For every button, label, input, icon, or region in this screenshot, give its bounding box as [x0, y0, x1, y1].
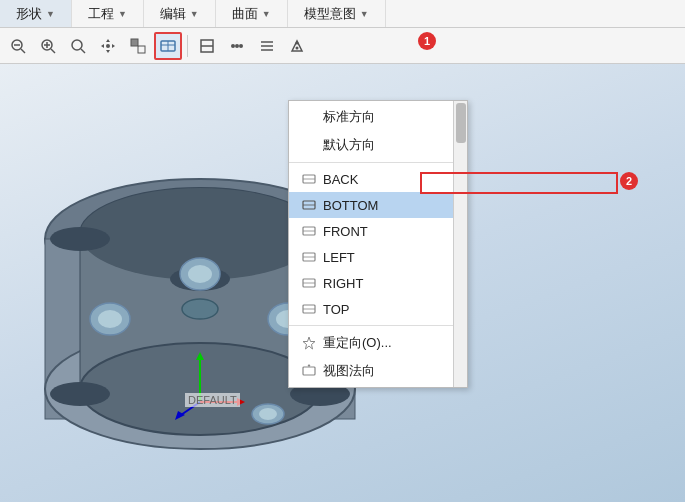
menu-separator [289, 162, 467, 163]
svg-rect-14 [131, 39, 138, 46]
svg-marker-12 [112, 44, 115, 48]
menubar: 形状 ▼ 工程 ▼ 编辑 ▼ 曲面 ▼ 模型意图 ▼ [0, 0, 685, 28]
svg-marker-69 [303, 337, 315, 349]
menu-item-default[interactable]: 默认方向 [289, 131, 467, 159]
view-orient-button[interactable] [154, 32, 182, 60]
chevron-down-icon: ▼ [46, 9, 55, 19]
menu-item-right[interactable]: RIGHT [289, 270, 467, 296]
svg-point-46 [182, 299, 218, 319]
menu-item-normal[interactable]: 视图法向 [289, 357, 467, 385]
menu-edit[interactable]: 编辑 ▼ [144, 0, 216, 27]
menu-item-left[interactable]: LEFT [289, 244, 467, 270]
menu-model-intent[interactable]: 模型意图 ▼ [288, 0, 386, 27]
svg-point-50 [259, 408, 277, 420]
menu-shape[interactable]: 形状 ▼ [0, 0, 72, 27]
badge-2: 2 [620, 172, 638, 190]
svg-point-37 [50, 227, 110, 251]
extra-button-1[interactable] [223, 32, 251, 60]
svg-line-4 [51, 49, 55, 53]
scrollbar-thumb[interactable] [456, 103, 466, 143]
menu-separator-2 [289, 325, 467, 326]
main-area: DEFAULT 标准方向 默认方向 BACK [0, 64, 685, 502]
display-style-button[interactable] [124, 32, 152, 60]
menu-item-reorient[interactable]: 重定向(O)... [289, 329, 467, 357]
extra-button-2[interactable] [253, 32, 281, 60]
svg-line-8 [81, 49, 85, 53]
badge-1: 1 [418, 32, 436, 50]
plane-icon-top [301, 301, 317, 317]
default-label: DEFAULT [185, 393, 240, 407]
svg-marker-52 [196, 352, 204, 360]
menu-item-front[interactable]: FRONT [289, 218, 467, 244]
plane-icon-left [301, 249, 317, 265]
default-icon [301, 137, 317, 153]
menu-surface[interactable]: 曲面 ▼ [216, 0, 288, 27]
toolbar-separator [187, 35, 188, 57]
svg-marker-11 [101, 44, 104, 48]
svg-point-47 [50, 382, 110, 406]
svg-rect-70 [303, 367, 315, 375]
plane-icon-bottom [301, 197, 317, 213]
view-orient-dropdown: 标准方向 默认方向 BACK BOTTOM [288, 100, 468, 388]
normal-icon [301, 363, 317, 379]
scrollbar-track[interactable] [453, 101, 467, 387]
chevron-down-icon: ▼ [360, 9, 369, 19]
menu-item-back[interactable]: BACK [289, 166, 467, 192]
svg-point-7 [72, 40, 82, 50]
menu-item-bottom[interactable]: BOTTOM [289, 192, 467, 218]
section-button[interactable] [193, 32, 221, 60]
svg-point-29 [296, 41, 299, 44]
svg-marker-72 [308, 364, 311, 366]
svg-point-41 [98, 310, 122, 328]
coordinate-axes [170, 342, 250, 422]
toolbar [0, 28, 685, 64]
menu-engineering[interactable]: 工程 ▼ [72, 0, 144, 27]
chevron-down-icon: ▼ [118, 9, 127, 19]
svg-marker-9 [106, 39, 110, 42]
svg-marker-10 [106, 50, 110, 53]
standard-icon [301, 109, 317, 125]
menu-item-top[interactable]: TOP [289, 296, 467, 322]
plane-icon-front [301, 223, 317, 239]
zoom-fit-button[interactable] [34, 32, 62, 60]
chevron-down-icon: ▼ [262, 9, 271, 19]
extra-button-3[interactable] [283, 32, 311, 60]
chevron-down-icon: ▼ [190, 9, 199, 19]
svg-rect-15 [138, 46, 145, 53]
svg-point-28 [296, 46, 299, 49]
svg-point-45 [188, 265, 212, 283]
svg-line-1 [21, 49, 25, 53]
zoom-out-button[interactable] [4, 32, 32, 60]
svg-point-13 [106, 44, 110, 48]
plane-icon [301, 171, 317, 187]
zoom-in-button[interactable] [64, 32, 92, 60]
svg-point-21 [231, 44, 235, 48]
pan-button[interactable] [94, 32, 122, 60]
svg-point-23 [239, 44, 243, 48]
plane-icon-right [301, 275, 317, 291]
star-icon [301, 335, 317, 351]
menu-item-standard[interactable]: 标准方向 [289, 103, 467, 131]
svg-point-22 [235, 44, 239, 48]
